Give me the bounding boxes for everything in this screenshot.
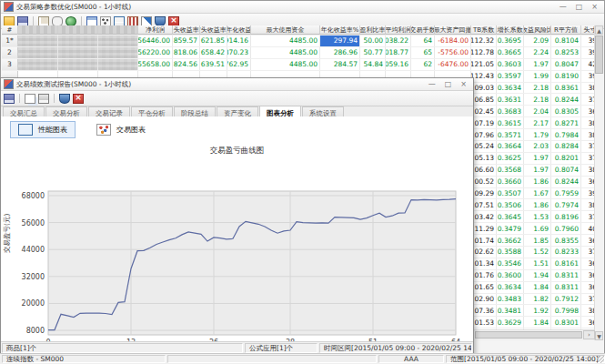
- cell-年化收益[interactable]: 12914.16: [227, 35, 251, 46]
- cell-收益风险比[interactable]: 1.84: [524, 282, 551, 293]
- cell-TB系数[interactable]: 102.62: [471, 247, 497, 258]
- column-header-空头收益率%[interactable]: 空头收益率%: [200, 25, 227, 35]
- cell-R平方值[interactable]: 0.8233: [551, 247, 581, 258]
- row-number[interactable]: 2: [2, 47, 18, 58]
- row-number[interactable]: 3: [2, 59, 18, 70]
- cell-增长系数[interactable]: 0.3571: [497, 129, 524, 140]
- cell-收益风险比[interactable]: 1.51: [524, 258, 551, 269]
- close-icon[interactable]: [168, 16, 179, 26]
- cell-盈利比率[interactable]: 50.00: [360, 35, 386, 46]
- cell-收益风险比[interactable]: 2.03: [524, 141, 551, 152]
- cell-交易手数[interactable]: 64: [411, 35, 435, 46]
- cell-增长系数[interactable]: 0.3664: [497, 141, 524, 152]
- row-number[interactable]: 1*: [2, 35, 18, 46]
- cell-收益风险比[interactable]: 1.85: [524, 235, 551, 246]
- table-row[interactable]: 355658.00824.56639.5112762.954485.00284.…: [2, 59, 596, 71]
- cell-增长系数[interactable]: 0.3546: [497, 258, 524, 269]
- cell-空头收益率%[interactable]: 639.51: [200, 59, 227, 70]
- cell-R平方值[interactable]: 0.8190: [551, 71, 581, 82]
- cell-增长系数[interactable]: 0.3615: [497, 117, 524, 128]
- param-cell-blurred[interactable]: [58, 59, 98, 70]
- cell-TB系数[interactable]: 111.29: [471, 223, 497, 234]
- cell-TB系数[interactable]: 112.78: [471, 47, 497, 58]
- cell-年化收益率%[interactable]: 284.57: [320, 59, 360, 70]
- cell-R平方值[interactable]: 0.8201: [551, 153, 581, 164]
- cell-R平方值[interactable]: 0.7912: [551, 294, 581, 305]
- report-close-button[interactable]: ×: [460, 80, 467, 88]
- cell-最大资产回撤[interactable]: -5756.00: [435, 47, 471, 58]
- cell-最大使用资金[interactable]: 4485.00: [251, 59, 320, 70]
- cell-R平方值[interactable]: 0.8301: [551, 317, 581, 328]
- cell-TB系数[interactable]: 101.74: [471, 235, 497, 246]
- cell-收益风险比[interactable]: 1.97: [524, 153, 551, 164]
- cell-TB系数[interactable]: 121.05: [471, 59, 497, 70]
- param-cell-blurred[interactable]: [98, 59, 138, 70]
- cell-收益风险比[interactable]: 1.99: [524, 71, 551, 82]
- cell-净利润[interactable]: 56446.00: [138, 35, 173, 46]
- cell-R平方值[interactable]: 0.8196: [551, 211, 581, 222]
- cell-多头收益率%[interactable]: 824.56: [173, 59, 200, 70]
- hscroll-thumb[interactable]: [475, 331, 582, 339]
- cell-最大资产回撤[interactable]: -6184.00: [435, 35, 471, 46]
- column-header-blurred[interactable]: [98, 25, 138, 35]
- cell-收益风险比[interactable]: 2.18: [524, 94, 551, 105]
- cell-增长系数[interactable]: 0.3634: [497, 83, 524, 94]
- cell-TB系数[interactable]: 103.42: [471, 211, 497, 222]
- column-header-净利润[interactable]: 净利润: [138, 25, 173, 35]
- column-header-年化收益率%[interactable]: 年化收益率%: [320, 25, 360, 35]
- scroll-thumb[interactable]: [595, 35, 603, 74]
- globe-icon[interactable]: [66, 16, 76, 26]
- row-number-header[interactable]: #: [2, 25, 18, 35]
- cell-收益风险比[interactable]: 2.09: [524, 35, 551, 46]
- cell-TB系数[interactable]: 101.53: [471, 317, 497, 328]
- cell-增长系数[interactable]: 0.3507: [497, 188, 524, 199]
- cell-收益风险比[interactable]: 1.82: [524, 294, 551, 305]
- print-icon[interactable]: [38, 94, 49, 104]
- cell-增长系数[interactable]: 0.3662: [497, 235, 524, 246]
- cell-TB系数[interactable]: 101.65: [471, 282, 497, 293]
- maximize-button[interactable]: □: [576, 3, 583, 11]
- cell-增长系数[interactable]: 0.3506: [497, 199, 524, 210]
- save-icon[interactable]: [4, 94, 15, 104]
- column-header-TB系数[interactable]: TB系数: [471, 25, 497, 35]
- cell-增长系数[interactable]: 0.3481: [497, 305, 524, 316]
- cell-收益风险比[interactable]: 1.53: [524, 211, 551, 222]
- shield-icon[interactable]: [155, 16, 166, 26]
- cell-R平方值[interactable]: 0.8284: [551, 141, 581, 152]
- button-性能图表[interactable]: 性能图表: [10, 121, 76, 138]
- cell-最大使用资金[interactable]: 4485.00: [251, 35, 320, 46]
- cell-交易手数[interactable]: 65: [411, 47, 435, 58]
- cell-增长系数[interactable]: 0.3597: [497, 71, 524, 82]
- table-vertical-scrollbar[interactable]: ▲ ▼: [594, 25, 603, 340]
- nodes-icon[interactable]: [100, 16, 111, 26]
- cell-收益风险比[interactable]: 1.97: [524, 59, 551, 70]
- cell-R平方值[interactable]: 0.8047: [551, 59, 581, 70]
- cell-TB系数[interactable]: 107.36: [471, 305, 497, 316]
- cell-TB系数[interactable]: 112.32: [471, 35, 497, 46]
- cell-收益风险比[interactable]: 1.79: [524, 129, 551, 140]
- cell-收益风险比[interactable]: 1.52: [524, 247, 551, 258]
- report-minimize-button[interactable]: —: [429, 80, 436, 88]
- cell-R平方值[interactable]: 0.8253: [551, 47, 581, 58]
- cell-盈利比率[interactable]: 54.84: [360, 59, 386, 70]
- cell-收益风险比[interactable]: 1.67: [524, 188, 551, 199]
- cell-TB系数[interactable]: 105.24: [471, 141, 497, 152]
- column-header-增长系数[interactable]: 增长系数: [497, 25, 524, 35]
- cell-净利润[interactable]: 56220.00: [138, 47, 173, 58]
- cell-R平方值[interactable]: 0.8244: [551, 94, 581, 105]
- column-header-盈利比率[interactable]: 盈利比率: [360, 25, 386, 35]
- report-maximize-button[interactable]: □: [445, 80, 452, 88]
- cell-增长系数[interactable]: 0.3625: [497, 153, 524, 164]
- cell-年化收益率%[interactable]: 286.96: [320, 47, 360, 58]
- table-horizontal-scrollbar[interactable]: ›: [474, 329, 595, 339]
- column-header-年化收益[interactable]: 年化收益: [227, 25, 251, 35]
- cell-年化收益[interactable]: 12762.95: [227, 59, 251, 70]
- cell-增长系数[interactable]: 0.3479: [497, 223, 524, 234]
- cell-收益风险比[interactable]: 2.04: [524, 106, 551, 116]
- cell-R平方值[interactable]: 0.7984: [551, 129, 581, 140]
- cell-增长系数[interactable]: 0.3631: [497, 94, 524, 105]
- cell-TB系数[interactable]: 102.45: [471, 106, 497, 116]
- cell-平均利润[interactable]: 1059.16: [386, 59, 411, 70]
- cell-R平方值[interactable]: 0.8074: [551, 165, 581, 176]
- cell-增长系数[interactable]: 0.3483: [497, 294, 524, 305]
